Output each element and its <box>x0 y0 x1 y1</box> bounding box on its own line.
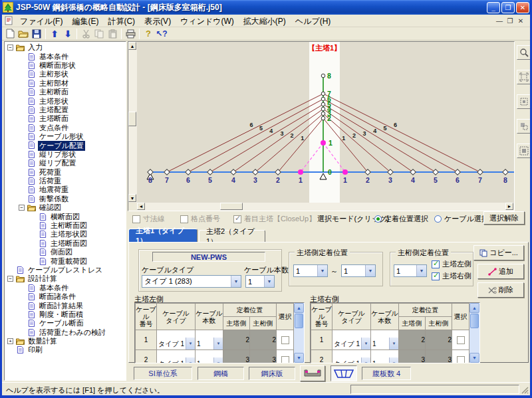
tree-item-横断面図[interactable]: 横断面図 <box>5 212 126 221</box>
chevron-down-icon[interactable]: ▼ <box>231 276 241 287</box>
tree-item-活荷重[interactable]: 活荷重 <box>5 177 126 185</box>
tower-anchor-to-combo[interactable]: 1 ▼ <box>341 264 376 277</box>
collapse-icon[interactable]: − <box>7 45 13 50</box>
tower-node[interactable] <box>321 92 325 96</box>
deck-node[interactable] <box>164 169 170 175</box>
fit-view-button[interactable] <box>517 70 531 84</box>
selected-anchor-node[interactable] <box>298 169 303 175</box>
scroll-down-arrow[interactable]: ▼ <box>128 194 136 202</box>
zoom-window-button[interactable] <box>517 94 531 109</box>
select-cell[interactable] <box>452 350 469 364</box>
scroll-right-arrow[interactable]: ► <box>505 203 513 210</box>
scroll-up-arrow[interactable]: ▲ <box>128 42 136 50</box>
deck-node[interactable] <box>455 169 460 175</box>
dimension-line-checkbox[interactable] <box>132 215 140 223</box>
tree-item-設計計算[interactable]: − 設計計算 <box>5 274 126 283</box>
scroll-left-arrow[interactable]: ◄ <box>137 203 145 210</box>
cable-select-radio[interactable] <box>434 215 442 223</box>
tower-node[interactable] <box>321 116 325 120</box>
tree-item-縦リブ配置[interactable]: 縦リブ配置 <box>5 159 126 167</box>
tree-item-主塔断面図[interactable]: 主塔断面図 <box>5 239 126 248</box>
tree-item-衝撃係数[interactable]: 衝撃係数 <box>5 195 126 203</box>
chevron-down-icon[interactable]: ▼ <box>213 357 223 363</box>
tab-tower1[interactable]: 主塔1（タイプ1） <box>128 229 198 242</box>
tree-item-ケーブルプレストレス[interactable]: ケーブルプレストレス <box>5 266 126 274</box>
tree-item-剛度・断面積[interactable]: 剛度・断面積 <box>5 310 126 319</box>
tree-item-主塔形状[interactable]: 主塔形状 <box>5 96 126 105</box>
tree-item-主桁部材[interactable]: 主桁部材 <box>5 79 126 88</box>
scroll-down-arrow[interactable]: ▼ <box>294 353 304 363</box>
close-button[interactable]: ✕ <box>516 2 529 13</box>
tower-right-checkbox[interactable] <box>432 272 440 280</box>
select-cell[interactable] <box>452 330 469 350</box>
collapse-icon[interactable]: − <box>19 205 25 211</box>
cable-count-cell[interactable]: 1▼ <box>371 330 399 350</box>
deck-node[interactable] <box>410 169 416 175</box>
menu-item-3[interactable]: 計算(C) <box>103 16 140 27</box>
deck-node[interactable] <box>186 169 191 175</box>
save-button[interactable] <box>30 28 43 40</box>
chevron-down-icon[interactable]: ▼ <box>186 357 195 363</box>
anchor-position-radio[interactable] <box>374 215 382 223</box>
tower-node[interactable] <box>321 112 325 116</box>
horizontal-scroll-thumb[interactable] <box>220 203 243 210</box>
tree-item-印刷[interactable]: 印刷 <box>5 346 126 354</box>
chevron-down-icon[interactable]: ▼ <box>186 338 195 349</box>
cable-type-cell[interactable]: タイプ 1▼ <box>157 330 196 350</box>
box-girder-section-button[interactable] <box>331 365 357 381</box>
help-button[interactable]: ? <box>142 28 155 40</box>
tree-item-荷重載荷図[interactable]: 荷重載荷図 <box>5 256 126 265</box>
tower-node[interactable] <box>321 107 325 111</box>
tree-item-入力[interactable]: − 入力 <box>5 43 126 52</box>
collapse-icon[interactable]: − <box>7 276 13 282</box>
print-button[interactable] <box>124 28 137 40</box>
select-cell[interactable] <box>277 350 294 364</box>
tree-item-数量計算[interactable]: + 数量計算 <box>5 337 126 346</box>
deck-node[interactable] <box>148 169 153 175</box>
right-table-scrollbar[interactable]: ▲ ▼ <box>469 303 479 363</box>
new-file-button[interactable] <box>3 28 17 40</box>
move-down-button[interactable]: ⬇ <box>61 28 74 40</box>
expand-icon[interactable]: + <box>7 338 13 344</box>
bridge-diagram-canvas[interactable]: 【主塔1】11223344556687654321123456788765432… <box>137 42 514 203</box>
scroll-thumb[interactable] <box>295 314 303 328</box>
mdi-restore-button[interactable]: ❐ <box>505 16 515 25</box>
context-help-button[interactable]: ↖? <box>155 28 168 40</box>
selected-anchor-node[interactable] <box>342 169 348 175</box>
deck-node[interactable] <box>477 169 483 175</box>
tree-item-主桁断面図[interactable]: 主桁断面図 <box>5 221 126 230</box>
tower-node[interactable] <box>321 97 325 101</box>
cable-line-6[interactable] <box>167 94 323 172</box>
menu-item-2[interactable]: 編集(E) <box>67 16 103 27</box>
cable-count-cell[interactable]: 1▼ <box>371 350 399 364</box>
cable-count-cell[interactable]: 1▼ <box>196 350 223 364</box>
menu-item-1[interactable]: ファイル(F) <box>15 16 67 27</box>
tree-item-支点条件[interactable]: 支点条件 <box>5 124 126 132</box>
left-table-scrollbar[interactable]: ▲ ▼ <box>294 303 304 363</box>
chevron-down-icon[interactable]: ▼ <box>389 357 398 363</box>
add-cable-button[interactable]: 追加 <box>477 264 524 279</box>
tree-item-主塔断面[interactable]: 主塔断面 <box>5 114 126 123</box>
tree-item-地震荷重[interactable]: 地震荷重 <box>5 185 126 194</box>
tree-item-ケーブル断面[interactable]: ケーブル断面 <box>5 319 126 328</box>
menu-item-5[interactable]: ウィンドウ(W) <box>176 16 239 27</box>
move-up-button[interactable]: ⬆ <box>48 28 61 40</box>
select-cell[interactable] <box>277 330 294 350</box>
vertical-scrollbar[interactable]: ▲ ▼ <box>128 42 137 203</box>
tree-item-ケーブル配置[interactable]: ケーブル配置 <box>5 141 126 149</box>
deck-section-button[interactable] <box>300 365 325 381</box>
cable-type-combo[interactable]: タイプ 1 (283) ▼ <box>142 275 241 288</box>
tree-item-確認図[interactable]: − 確認図 <box>5 203 126 212</box>
tree-item-断面計算結果[interactable]: 断面計算結果 <box>5 301 126 310</box>
tree-item-主桁形状[interactable]: 主桁形状 <box>5 70 126 78</box>
node-number-checkbox[interactable] <box>180 215 188 223</box>
tree-item-基本条件[interactable]: 基本条件 <box>5 52 126 60</box>
tree-item-主塔形状図[interactable]: 主塔形状図 <box>5 230 126 239</box>
tree-item-主塔配置[interactable]: 主塔配置 <box>5 106 126 114</box>
tower-anchor-from-combo[interactable]: 1 ▼ <box>293 264 328 277</box>
tree-item-基本条件[interactable]: 基本条件 <box>5 284 126 292</box>
tree-item-主桁断面[interactable]: 主桁断面 <box>5 88 126 96</box>
vertical-scroll-thumb[interactable] <box>128 112 136 126</box>
chevron-down-icon[interactable]: ▼ <box>264 276 274 287</box>
closeup-checkbox[interactable] <box>233 215 241 223</box>
